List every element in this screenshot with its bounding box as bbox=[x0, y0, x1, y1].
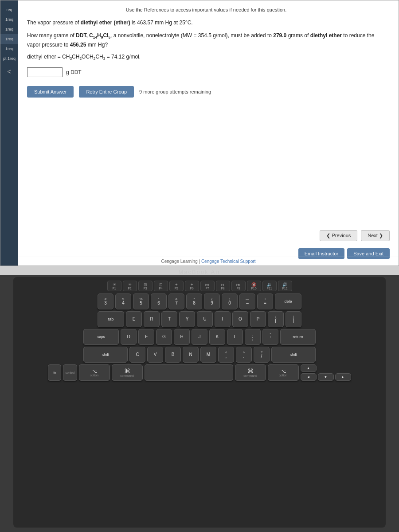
key-u[interactable]: U bbox=[197, 311, 213, 327]
key-lbracket[interactable]: { [ bbox=[268, 311, 284, 327]
key-delete[interactable]: dele bbox=[275, 293, 301, 309]
next-button[interactable]: Next ❯ bbox=[361, 230, 390, 241]
key-g[interactable]: G bbox=[156, 329, 172, 345]
f11-key[interactable]: 🔉 F11 bbox=[262, 281, 277, 291]
sidebar-item-req3[interactable]: 1req bbox=[0, 34, 18, 44]
key-e[interactable]: E bbox=[126, 311, 142, 327]
key-option-right[interactable]: ⌥ option bbox=[268, 364, 299, 381]
screen: req 1req 1req 1req 1req pt 1req < Use th… bbox=[0, 0, 399, 275]
f1-key[interactable]: ☀ F1 bbox=[107, 281, 121, 291]
key-arrow-left[interactable]: ◄ bbox=[301, 373, 317, 381]
key-t[interactable]: T bbox=[161, 311, 177, 327]
sidebar-label: req bbox=[6, 8, 12, 12]
sidebar-item-req1[interactable]: 1req bbox=[0, 15, 18, 24]
retry-button[interactable]: Retry Entire Group bbox=[79, 86, 134, 98]
key-l[interactable]: L bbox=[227, 329, 243, 345]
previous-button[interactable]: ❮ Previous bbox=[320, 230, 357, 241]
key-fn[interactable]: fn bbox=[48, 364, 61, 381]
volume-down-icon: 🔉 bbox=[267, 282, 272, 287]
key-space[interactable] bbox=[145, 364, 233, 381]
key-comma[interactable]: < , bbox=[218, 347, 234, 363]
keyboard-brightness-down-icon: ✦ bbox=[175, 282, 178, 287]
brightness-down-icon: ☀ bbox=[113, 282, 116, 287]
answer-unit: g DDT bbox=[66, 69, 82, 75]
key-equals[interactable]: + = bbox=[257, 293, 273, 309]
formula-line: diethyl ether = CH3CH2OCH2CH3 = 74.12 g/… bbox=[27, 54, 385, 61]
f6-key[interactable]: ✦ F6 bbox=[185, 281, 199, 291]
key-4[interactable]: $ 4 bbox=[115, 293, 131, 309]
f5-key[interactable]: ✦ F5 bbox=[169, 281, 184, 291]
bottom-nav: ❮ Previous Next ❯ bbox=[320, 230, 390, 241]
key-n[interactable]: N bbox=[183, 347, 199, 363]
key-b[interactable]: B bbox=[165, 347, 181, 363]
f4-key[interactable]: ⊡ F4 bbox=[154, 281, 168, 291]
key-p[interactable]: P bbox=[250, 311, 266, 327]
key-m[interactable]: M bbox=[200, 347, 216, 363]
key-ctrl[interactable]: control bbox=[63, 364, 77, 381]
key-8[interactable]: * 8 bbox=[186, 293, 202, 309]
mission-control-icon: ⊞ bbox=[144, 282, 147, 287]
key-rbracket[interactable]: } ] bbox=[286, 311, 301, 327]
key-3[interactable]: # 3 bbox=[98, 293, 113, 309]
key-semicolon[interactable]: : ; bbox=[245, 329, 261, 345]
key-return[interactable]: return bbox=[280, 329, 316, 345]
sidebar-label: 1req bbox=[5, 37, 13, 41]
key-arrow-up[interactable]: ▲ bbox=[301, 364, 317, 372]
f10-key[interactable]: 🔇 F10 bbox=[247, 281, 261, 291]
key-slash[interactable]: ? / bbox=[254, 347, 270, 363]
answer-input[interactable] bbox=[27, 67, 63, 77]
key-option-left[interactable]: ⌥ option bbox=[79, 364, 110, 381]
sidebar-item-eq[interactable]: req bbox=[0, 5, 18, 15]
key-arrow-right[interactable]: ► bbox=[335, 373, 351, 381]
sidebar-item-req5[interactable]: pt 1req bbox=[0, 54, 18, 63]
collapse-arrow[interactable]: < bbox=[7, 68, 11, 76]
key-r[interactable]: R bbox=[144, 311, 160, 327]
key-capslock[interactable]: caps bbox=[83, 329, 119, 345]
brightness-up-icon: ☀ bbox=[128, 282, 132, 287]
key-y[interactable]: Y bbox=[179, 311, 195, 327]
key-shift-right[interactable]: shift bbox=[271, 347, 316, 363]
key-6[interactable]: ^ 6 bbox=[151, 293, 167, 309]
key-9[interactable]: ( 9 bbox=[204, 293, 220, 309]
f2-key[interactable]: ☀ F2 bbox=[123, 281, 137, 291]
key-d[interactable]: D bbox=[121, 329, 137, 345]
key-arrow-down[interactable]: ▼ bbox=[318, 373, 334, 381]
key-minus[interactable]: — – bbox=[239, 293, 255, 309]
bottom-row: fn control ⌥ option ⌘ command ⌘ command … bbox=[16, 364, 383, 381]
key-j[interactable]: J bbox=[192, 329, 207, 345]
button-row: Submit Answer Retry Entire Group 9 more … bbox=[27, 86, 385, 98]
key-tab[interactable]: tab bbox=[98, 311, 124, 327]
keyboard: ☀ F1 ☀ F2 ⊞ F3 ⊡ F4 ✦ F5 ✦ F6 ⏮ F7 ⏯ F8 bbox=[13, 277, 386, 528]
sidebar-item-req2[interactable]: 1req bbox=[0, 24, 18, 34]
key-h[interactable]: H bbox=[174, 329, 190, 345]
key-o[interactable]: O bbox=[232, 311, 248, 327]
cengage-support-link[interactable]: Cengage Technical Support bbox=[201, 259, 256, 264]
key-f[interactable]: F bbox=[138, 329, 154, 345]
key-i[interactable]: I bbox=[215, 311, 231, 327]
key-command-left[interactable]: ⌘ command bbox=[112, 364, 143, 381]
sidebar: req 1req 1req 1req 1req pt 1req < bbox=[0, 0, 18, 266]
f8-key[interactable]: ⏯ F8 bbox=[216, 281, 230, 291]
attempts-text: 9 more group attempts remaining bbox=[139, 89, 211, 94]
key-period[interactable]: > . bbox=[236, 347, 252, 363]
key-command-right[interactable]: ⌘ command bbox=[235, 364, 266, 381]
answer-row: g DDT bbox=[27, 67, 385, 77]
key-5[interactable]: % 5 bbox=[133, 293, 149, 309]
key-c[interactable]: C bbox=[129, 347, 145, 363]
submit-button[interactable]: Submit Answer bbox=[27, 86, 74, 98]
key-k[interactable]: K bbox=[209, 329, 225, 345]
key-7[interactable]: & 7 bbox=[168, 293, 184, 309]
browser-window: req 1req 1req 1req 1req pt 1req < Use th… bbox=[0, 0, 399, 266]
key-quote[interactable]: " ' bbox=[262, 329, 278, 345]
fn-row: ☀ F1 ☀ F2 ⊞ F3 ⊡ F4 ✦ F5 ✦ F6 ⏮ F7 ⏯ F8 bbox=[16, 281, 383, 291]
key-0[interactable]: ) 0 bbox=[222, 293, 238, 309]
key-shift-left[interactable]: shift bbox=[83, 347, 128, 363]
f12-key[interactable]: 🔊 F12 bbox=[278, 281, 292, 291]
f3-key[interactable]: ⊞ F3 bbox=[138, 281, 153, 291]
f7-key[interactable]: ⏮ F7 bbox=[200, 281, 215, 291]
volume-up-icon: 🔊 bbox=[282, 282, 287, 287]
f9-key[interactable]: ⏭ F9 bbox=[231, 281, 246, 291]
sidebar-label: 1req bbox=[5, 17, 13, 22]
key-v[interactable]: V bbox=[147, 347, 163, 363]
sidebar-item-req4[interactable]: 1req bbox=[0, 44, 18, 54]
